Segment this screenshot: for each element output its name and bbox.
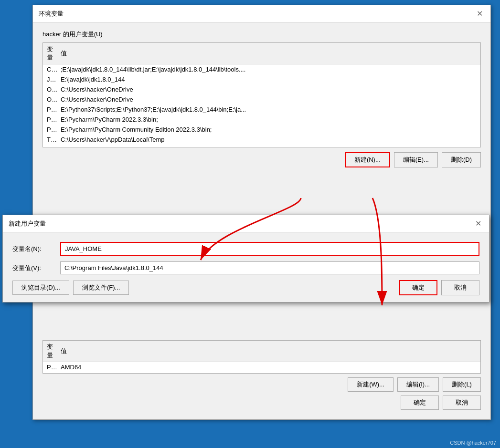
user-var-value: C:\Users\hacker\OneDrive [57, 84, 480, 94]
user-var-name: CLASSPATH [43, 64, 57, 75]
user-var-row[interactable]: OneDriveConsumerC:\Users\hacker\OneDrive [43, 94, 480, 104]
user-var-name: OneDriveConsumer [43, 94, 57, 104]
user-section-label: hacker 的用户变量(U) [43, 30, 481, 39]
sys-var-row[interactable]: PROCESSOR_IDENTIFIERAMD64 Family 25 Mode… [43, 372, 480, 374]
user-var-row[interactable]: CLASSPATH;E:\javajdk\jdk1.8.0_144\lib\dt… [43, 64, 480, 75]
user-var-value: E:\javajdk\jdk1.8.0_144 [57, 74, 480, 84]
var-value-row: 变量值(V): [12, 261, 479, 274]
user-var-value: C:\Users\hacker\OneDrive [57, 94, 480, 104]
sys-vars-btn-row: 新建(W)... 编辑(I)... 删除(L) [43, 377, 481, 392]
env-window-ok-cancel: 确定 取消 [43, 396, 481, 415]
var-name-input[interactable] [60, 242, 479, 256]
sys-var-row[interactable]: PROCESSOR_ARCHITECTUREAMD64 [43, 362, 480, 373]
env-window-title: 环境变量 [39, 10, 64, 18]
edit-user-var-button[interactable]: 编辑(E)... [394, 152, 438, 167]
new-user-var-button[interactable]: 新建(N)... [345, 152, 390, 167]
dialog-ok-button[interactable]: 确定 [399, 280, 437, 295]
sys-var-value: AMD64 Family 25 Model 80 Stepping 0, Aut… [57, 372, 480, 374]
new-sys-var-button[interactable]: 新建(W)... [348, 377, 394, 392]
var-name-row: 变量名(N): [12, 242, 479, 256]
env-window-ok-button[interactable]: 确定 [401, 396, 439, 410]
user-var-value: E:\Python37\Scripts;E:\Python37;E:\javaj… [57, 104, 480, 115]
user-var-name: OneDrive [43, 84, 57, 94]
user-var-name: JAVA_HOME [43, 74, 57, 84]
sys-vars-table-container[interactable]: 变量 值 PROCESSOR_ARCHITECTUREAMD64PROCESSO… [43, 340, 481, 374]
user-var-name: PyCharm [43, 115, 57, 125]
env-window-cancel-button[interactable]: 取消 [443, 396, 481, 410]
var-name-label: 变量名(N): [12, 245, 60, 253]
sys-var-name: PROCESSOR_IDENTIFIER [43, 372, 57, 374]
dialog-close-button[interactable]: ✕ [473, 219, 483, 228]
sys-var-name: PROCESSOR_ARCHITECTURE [43, 362, 57, 373]
user-var-row[interactable]: PyCharmE:\Pycharm\PyCharm 2022.3.3\bin; [43, 115, 480, 125]
user-var-value: ;E:\javajdk\jdk1.8.0_144\lib\dt.jar;E:\j… [57, 64, 480, 75]
dialog-content: 变量名(N): 变量值(V): 浏览目录(D)... 浏览文件(F)... 确定… [3, 232, 489, 302]
delete-user-var-button[interactable]: 删除(D) [442, 152, 481, 167]
user-var-row[interactable]: JAVA_HOMEE:\javajdk\jdk1.8.0_144 [43, 74, 480, 84]
new-var-dialog: 新建用户变量 ✕ 变量名(N): 变量值(V): 浏览目录(D)... 浏览文件… [2, 215, 489, 302]
user-var-row[interactable]: TEMPC:\Users\hacker\AppData\Local\Temp [43, 135, 480, 145]
browse-file-button[interactable]: 浏览文件(F)... [73, 281, 129, 295]
user-var-value: E:\Pycharm\PyCharm 2022.3.3\bin; [57, 115, 480, 125]
col-header-value: 值 [57, 43, 480, 64]
dialog-browse-btns: 浏览目录(D)... 浏览文件(F)... [12, 281, 129, 295]
env-window-titlebar: 环境变量 ✕ [33, 5, 490, 22]
delete-sys-var-button[interactable]: 删除(L) [443, 377, 481, 392]
browse-dir-button[interactable]: 浏览目录(D)... [12, 281, 69, 295]
dialog-btn-row: 浏览目录(D)... 浏览文件(F)... 确定 取消 [12, 280, 479, 295]
sys-var-value: AMD64 [57, 362, 480, 373]
sys-vars-section: 变量 值 PROCESSOR_ARCHITECTUREAMD64PROCESSO… [33, 335, 490, 419]
var-value-label: 变量值(V): [12, 264, 60, 272]
dialog-titlebar: 新建用户变量 ✕ [3, 215, 489, 232]
user-var-row[interactable]: PyCharm Community EditionE:\Pycharm\PyCh… [43, 125, 480, 135]
user-var-name: Path [43, 104, 57, 115]
env-window-close[interactable]: ✕ [475, 9, 485, 18]
user-var-row[interactable]: OneDriveC:\Users\hacker\OneDrive [43, 84, 480, 94]
sys-col-header-name: 变量 [43, 341, 57, 362]
env-variables-window: 环境变量 ✕ hacker 的用户变量(U) 变量 值 CLASSPATH;E:… [32, 5, 491, 420]
user-vars-table-container[interactable]: 变量 值 CLASSPATH;E:\javajdk\jdk1.8.0_144\l… [43, 42, 481, 147]
edit-sys-var-button[interactable]: 编辑(I)... [397, 377, 439, 392]
dialog-title: 新建用户变量 [9, 219, 46, 228]
user-var-name: TEMP [43, 135, 57, 145]
watermark: CSDN @hacker707 [450, 440, 496, 446]
col-header-name: 变量 [43, 43, 57, 64]
sys-vars-table: 变量 值 PROCESSOR_ARCHITECTUREAMD64PROCESSO… [43, 341, 480, 374]
user-var-name: PyCharm Community Edition [43, 125, 57, 135]
user-var-value: C:\Users\hacker\AppData\Local\Temp [57, 135, 480, 145]
user-var-value: E:\Pycharm\PyCharm Community Edition 202… [57, 125, 480, 135]
dialog-ok-cancel: 确定 取消 [399, 280, 479, 295]
sys-col-header-value: 值 [57, 341, 480, 362]
user-vars-btn-row: 新建(N)... 编辑(E)... 删除(D) [43, 152, 481, 167]
env-content-area: hacker 的用户变量(U) 变量 值 CLASSPATH;E:\javajd… [33, 22, 490, 183]
user-vars-table: 变量 值 CLASSPATH;E:\javajdk\jdk1.8.0_144\l… [43, 43, 480, 145]
var-value-input[interactable] [60, 261, 479, 274]
dialog-cancel-button[interactable]: 取消 [441, 280, 479, 295]
user-var-row[interactable]: PathE:\Python37\Scripts;E:\Python37;E:\j… [43, 104, 480, 115]
